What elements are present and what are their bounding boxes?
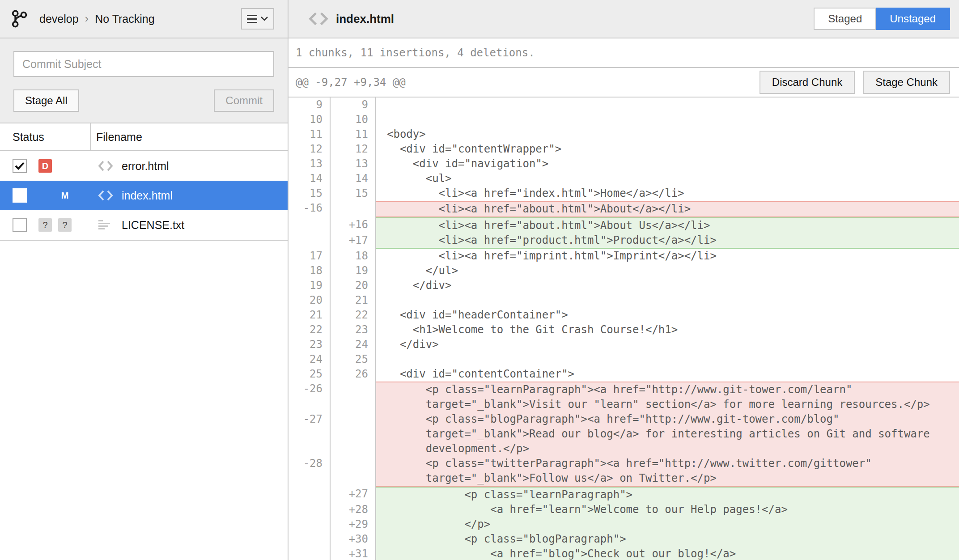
code-line: <li><a href="about.html">About Us</a></l… [387,218,959,233]
code-line: <li><a href="imprint.html">Imprint</a></… [387,249,959,263]
diff-row-context: 2425 [289,352,959,367]
diff-view: 9910101111<body>1212 <div id="contentWra… [289,98,959,560]
diff-row-addition[interactable]: +31 <a href="blog">Check out our blog!</… [289,547,959,560]
new-line-number: 10 [331,112,376,127]
old-line-number: 25 [289,367,331,382]
old-line-number: 9 [289,98,331,112]
file-name: error.html [122,160,169,173]
new-line-number: 9 [331,98,376,112]
old-line-number: 14 [289,171,331,186]
diff-row-deletion[interactable]: -16 <li><a href="about.html">About</a></… [289,201,959,217]
file-row-error.html[interactable]: D error.html [0,151,288,181]
new-line-number: 15 [331,186,376,201]
checkbox-unchecked[interactable] [13,188,27,203]
old-line-number: 10 [289,112,331,127]
diff-row-context: 2526 <div id="contentContainer"> [289,367,959,382]
diff-row-context: 1111<body> [289,127,959,142]
old-line-number: -27 [289,412,331,456]
code-cell: <a href="blog">Check out our blog!</a> [376,547,959,560]
stage-all-button[interactable]: Stage All [13,89,79,112]
branch-menu-button[interactable] [241,8,274,30]
code-cell: <body> [376,127,959,142]
code-cell: <div id="contentContainer"> [376,367,959,382]
code-cell [376,352,959,367]
code-cell: <li><a href="about.html">About</a></li> [376,201,959,217]
code-line: </div> [387,337,959,352]
code-line: <div id="navigation"> [387,157,959,171]
code-line: <body> [387,127,959,142]
code-line: <p class="learnParagraph"> [387,488,959,502]
code-line: development.</p> [387,441,959,456]
new-line-number: +30 [331,532,376,547]
breadcrumb[interactable]: develop › No Tracking [39,12,155,26]
code-line [387,293,959,308]
stage-chunk-button[interactable]: Stage Chunk [863,71,950,94]
checkbox-checked[interactable] [13,159,27,173]
old-line-number: -16 [289,201,331,217]
code-line [387,352,959,367]
diff-row-context: 2122 <div id="headerContainer"> [289,308,959,322]
diff-row-addition[interactable]: +27 <p class="learnParagraph"> [289,487,959,502]
old-line-number: 12 [289,142,331,157]
commit-actions: Stage All Commit [13,89,274,112]
file-row-LICENSE.txt[interactable]: ?? LICENSE.txt [0,210,288,240]
code-line: <li><a href="product.html">Product</a></… [387,233,959,248]
diff-row-addition[interactable]: +17 <li><a href="product.html">Product</… [289,233,959,249]
code-cell: <li><a href="about.html">About Us</a></l… [376,217,959,233]
tab-staged[interactable]: Staged [814,8,876,30]
old-line-number: 18 [289,263,331,278]
diff-row-addition[interactable]: +16 <li><a href="about.html">About Us</a… [289,217,959,233]
old-line-number: 20 [289,293,331,308]
old-line-number: 24 [289,352,331,367]
diff-row-addition[interactable]: +30 <p class="blogParagraph"> [289,532,959,547]
commit-box: Stage All Commit [0,38,288,123]
old-line-number [289,217,331,233]
code-cell: </ul> [376,263,959,278]
chunk-actions: Discard Chunk Stage Chunk [760,71,950,94]
diff-row-context: 99 [289,98,959,112]
document-title: index.html [308,12,394,26]
code-cell: </div> [376,278,959,293]
code-line: target="_blank">Read our blog</a> for in… [387,427,959,441]
diff-row-addition[interactable]: +28 <a href="learn">Welcome to our Help … [289,502,959,517]
tracking-status[interactable]: No Tracking [95,13,154,25]
branch-name[interactable]: develop [39,13,79,25]
old-line-number [289,547,331,560]
code-line [387,112,959,127]
diff-row-context: 1515 <li><a href="index.html">Home</a></… [289,186,959,201]
discard-chunk-button[interactable]: Discard Chunk [760,71,855,94]
commit-subject-input[interactable] [13,51,274,77]
diff-row-addition[interactable]: +29 </p> [289,517,959,532]
file-row-index.html[interactable]: M index.html [0,181,288,210]
checkbox-unchecked[interactable] [13,218,27,232]
diff-row-deletion[interactable]: -28 <p class="twitterParagraph"><a href=… [289,456,959,487]
old-line-number [289,532,331,547]
tab-unstaged[interactable]: Unstaged [876,8,950,30]
old-line-number [289,517,331,532]
code-line: <a href="learn">Welcome to our Help page… [387,502,959,517]
status-badge: ? [38,218,52,232]
old-line-number: 17 [289,249,331,263]
file-name: index.html [122,189,173,202]
new-line-number: +29 [331,517,376,532]
code-cell: <p class="twitterParagraph"><a href="htt… [376,456,959,487]
diff-summary: 1 chunks, 11 insertions, 4 deletions. [289,38,959,68]
old-line-number [289,502,331,517]
diff-summary-text: 1 chunks, 11 insertions, 4 deletions. [296,47,535,59]
status-badge: D [38,159,52,173]
diff-row-deletion[interactable]: -26 <p class="learnParagraph"><a href="h… [289,382,959,412]
diff-row-context: 1920 </div> [289,278,959,293]
diff-row-deletion[interactable]: -27 <p class="blogParagraph"><a href="ht… [289,412,959,456]
diff-header: index.html Staged Unstaged [289,0,959,38]
text-file-icon [98,219,115,231]
commit-button[interactable]: Commit [214,89,274,112]
code-line: <div id="contentContainer"> [387,367,959,382]
code-file-icon [98,160,115,172]
code-cell: </p> [376,517,959,532]
old-line-number: 13 [289,157,331,171]
old-line-number: 15 [289,186,331,201]
code-cell: <p class="blogParagraph"> [376,532,959,547]
old-line-number [289,487,331,502]
new-line-number: 21 [331,293,376,308]
code-file-icon [308,12,329,26]
